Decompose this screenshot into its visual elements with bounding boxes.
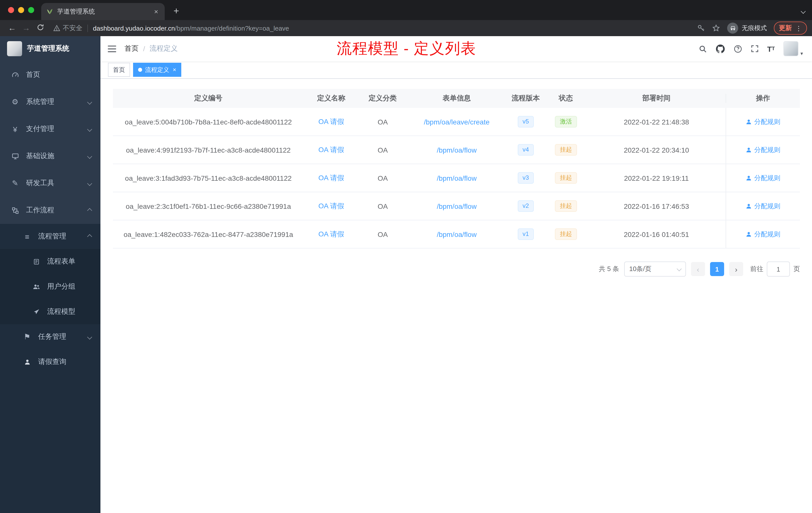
close-window-button[interactable] [8, 7, 14, 13]
form-link[interactable]: /bpm/oa/flow [437, 146, 477, 154]
tag-process-definition[interactable]: 流程定义 × [133, 63, 181, 77]
logo-avatar [7, 41, 22, 56]
cell-form-info: /bpm/oa/flow [406, 164, 507, 192]
definition-name-link[interactable]: OA 请假 [318, 145, 344, 154]
sidebar-item-workflow[interactable]: 工作流程 [0, 197, 100, 224]
sidebar-item-process-model[interactable]: 流程模型 [0, 299, 100, 324]
cell-version: v4 [507, 136, 545, 163]
goto-page-input[interactable] [767, 262, 790, 277]
cell-form-info: /bpm/oa/leave/create [406, 108, 507, 135]
version-badge: v5 [518, 116, 534, 127]
definition-name-link[interactable]: OA 请假 [318, 174, 344, 182]
definition-table: 定义编号 定义名称 定义分类 表单信息 流程版本 状态 部署时间 操作 oa_l… [113, 89, 800, 248]
table-header: 定义编号 定义名称 定义分类 表单信息 流程版本 状态 部署时间 操作 [113, 89, 800, 108]
version-badge: v3 [518, 172, 534, 184]
reload-icon[interactable] [33, 23, 47, 33]
breadcrumb-home[interactable]: 首页 [124, 44, 139, 53]
breadcrumb-separator: / [143, 45, 145, 53]
cell-definition-name: OA 请假 [303, 164, 359, 192]
sidebar-item-leave-query[interactable]: 请假查询 [0, 350, 100, 374]
cell-status: 挂起 [545, 164, 587, 192]
assign-rule-link[interactable]: 分配规则 [746, 145, 780, 154]
cell-category: OA [359, 108, 406, 135]
address-bar[interactable]: 不安全 dashboard.yudao.iocoder.cn/bpm/manag… [53, 24, 691, 33]
page-number-1[interactable]: 1 [710, 262, 724, 276]
cell-deploy-time: 2022-01-22 20:34:10 [587, 136, 726, 163]
sidebar-item-payment[interactable]: ¥ 支付管理 [0, 116, 100, 143]
sidebar-item-home[interactable]: 首页 [0, 61, 100, 88]
favicon [46, 8, 53, 15]
tab-close-icon[interactable]: × [152, 7, 161, 16]
browser-tab[interactable]: 芋道管理系统 × [41, 3, 165, 20]
hamburger-icon[interactable] [100, 36, 123, 61]
sidebar-item-system[interactable]: ⚙ 系统管理 [0, 88, 100, 116]
cell-definition-name: OA 请假 [303, 220, 359, 248]
cell-version: v2 [507, 192, 545, 220]
update-menu-button[interactable]: 更新 ⋮ [774, 22, 807, 35]
sidebar-item-label: 用户分组 [47, 282, 91, 291]
sidebar-item-label: 系统管理 [26, 97, 88, 107]
sidebar-item-process-management[interactable]: ≡ 流程管理 [0, 224, 100, 249]
sidebar-logo[interactable]: 芋道管理系统 [0, 36, 100, 61]
definition-name-link[interactable]: OA 请假 [318, 117, 344, 126]
page-size-select[interactable]: 10条/页 [624, 262, 686, 277]
sidebar-item-dev-tools[interactable]: ✎ 研发工具 [0, 170, 100, 197]
pencil-icon: ✎ [10, 179, 20, 188]
search-icon[interactable] [698, 44, 707, 53]
users-icon [31, 283, 41, 291]
sidebar-item-label: 任务管理 [38, 332, 88, 341]
app-frame: 芋道管理系统 首页 ⚙ 系统管理 ¥ 支付管理 基础设施 [0, 36, 812, 513]
cell-deploy-time: 2022-01-16 17:46:53 [587, 192, 726, 220]
zoom-window-button[interactable] [28, 7, 34, 13]
sidebar-item-label: 流程表单 [47, 257, 91, 266]
forward-icon[interactable]: → [19, 24, 33, 33]
caret-down-icon: ▾ [801, 51, 803, 56]
person-icon [746, 175, 752, 181]
new-tab-button[interactable]: + [170, 5, 183, 17]
back-icon[interactable]: ← [5, 24, 19, 33]
assign-rule-link[interactable]: 分配规则 [746, 117, 780, 126]
font-size-icon[interactable]: TT [767, 45, 775, 53]
minimize-window-button[interactable] [18, 7, 24, 13]
tab-search-icon[interactable] [801, 9, 806, 14]
form-link[interactable]: /bpm/oa/flow [437, 174, 477, 182]
navbar-right: TT ▾ [698, 41, 812, 56]
password-key-icon[interactable] [697, 24, 705, 32]
tag-close-icon[interactable]: × [173, 67, 176, 73]
col-actions: 操作 [726, 94, 800, 103]
definition-name-link[interactable]: OA 请假 [318, 230, 344, 239]
yen-icon: ¥ [10, 125, 20, 133]
cell-status: 激活 [545, 108, 587, 135]
assign-rule-link[interactable]: 分配规则 [746, 174, 780, 182]
assign-rule-link[interactable]: 分配规则 [746, 230, 780, 239]
fullscreen-icon[interactable] [751, 45, 758, 53]
col-definition-id: 定义编号 [113, 94, 303, 103]
sidebar-item-task-management[interactable]: ⚑ 任务管理 [0, 324, 100, 350]
toolbar-right: 无痕模式 更新 ⋮ [697, 22, 807, 35]
security-label[interactable]: 不安全 [63, 24, 82, 33]
assign-rule-link[interactable]: 分配规则 [746, 202, 780, 211]
form-link[interactable]: /bpm/oa/flow [437, 230, 477, 238]
avatar [783, 41, 799, 56]
cell-category: OA [359, 136, 406, 163]
gear-icon: ⚙ [10, 97, 20, 107]
github-icon[interactable] [715, 44, 725, 54]
sidebar-item-user-group[interactable]: 用户分组 [0, 274, 100, 299]
tag-home[interactable]: 首页 [108, 63, 130, 77]
col-category: 定义分类 [359, 94, 406, 103]
cell-deploy-time: 2022-01-22 21:48:38 [587, 108, 726, 135]
definition-name-link[interactable]: OA 请假 [318, 202, 344, 211]
sidebar-item-process-form[interactable]: 流程表单 [0, 249, 100, 274]
next-page-button[interactable]: › [729, 262, 743, 276]
prev-page-button[interactable]: ‹ [691, 262, 705, 276]
bookmark-star-icon[interactable] [712, 24, 720, 32]
form-link[interactable]: /bpm/oa/flow [437, 202, 477, 210]
version-badge: v1 [518, 228, 534, 240]
form-link[interactable]: /bpm/oa/leave/create [424, 118, 490, 126]
sidebar-item-infrastructure[interactable]: 基础设施 [0, 143, 100, 170]
chevron-up-icon [87, 234, 92, 239]
user-menu[interactable]: ▾ [783, 41, 803, 56]
form-icon [31, 258, 41, 265]
assign-rule-label: 分配规则 [754, 145, 780, 154]
help-icon[interactable] [733, 44, 742, 53]
